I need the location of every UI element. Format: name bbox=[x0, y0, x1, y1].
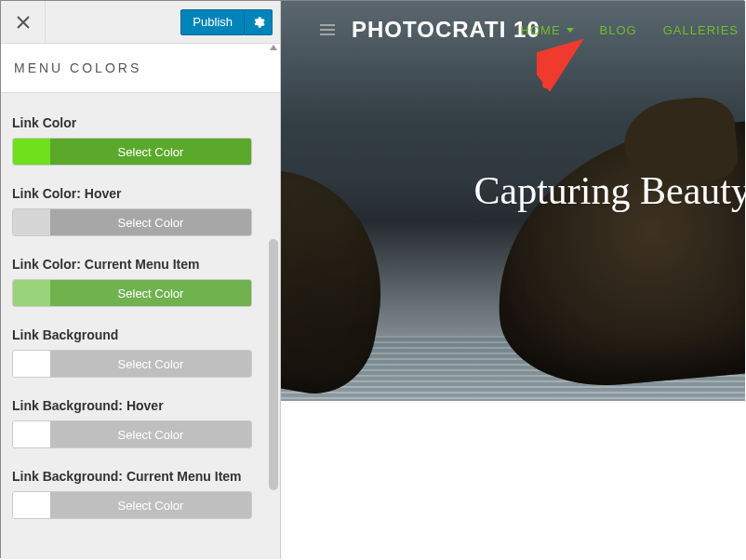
color-control: Link Background: Current Menu ItemSelect… bbox=[12, 469, 269, 519]
select-color-label: Select Color bbox=[50, 492, 251, 518]
scrollbar-thumb[interactable] bbox=[269, 239, 278, 490]
select-color-button[interactable]: Select Color bbox=[12, 138, 252, 166]
color-swatch bbox=[13, 351, 50, 377]
color-swatch bbox=[13, 139, 50, 165]
color-control-label: Link Color: Hover bbox=[12, 186, 269, 201]
hamburger-menu-button[interactable] bbox=[320, 24, 335, 35]
hero-section: PHOTOCRATI 10 HOME BLOG GALLERIES Captur… bbox=[281, 1, 745, 401]
primary-nav: HOME BLOG GALLERIES bbox=[521, 1, 745, 59]
select-color-label: Select Color bbox=[50, 421, 251, 447]
close-icon bbox=[17, 16, 30, 29]
color-swatch bbox=[13, 421, 50, 447]
hamburger-line-icon bbox=[320, 29, 335, 31]
site-preview: PHOTOCRATI 10 HOME BLOG GALLERIES Captur… bbox=[280, 1, 745, 559]
chevron-down-icon bbox=[566, 28, 574, 33]
color-control: Link ColorSelect Color bbox=[12, 115, 269, 166]
select-color-button[interactable]: Select Color bbox=[12, 420, 252, 448]
color-swatch bbox=[13, 209, 50, 235]
color-control-label: Link Background: Current Menu Item bbox=[12, 469, 269, 484]
site-brand: PHOTOCRATI 10 bbox=[352, 17, 540, 43]
color-swatch bbox=[13, 492, 50, 518]
controls-scroll-area[interactable]: MENU COLORS Link ColorSelect ColorLink C… bbox=[1, 44, 280, 559]
color-control: Link BackgroundSelect Color bbox=[12, 327, 269, 378]
select-color-button[interactable]: Select Color bbox=[12, 350, 252, 378]
publish-group: Publish bbox=[180, 1, 280, 43]
topbar-spacer bbox=[46, 1, 180, 43]
controls-list: Link ColorSelect ColorLink Color: HoverS… bbox=[1, 93, 280, 551]
scroll-up-icon bbox=[270, 45, 277, 50]
nav-link-blog[interactable]: BLOG bbox=[600, 23, 637, 37]
hero-header: PHOTOCRATI 10 HOME BLOG GALLERIES bbox=[281, 1, 745, 59]
customizer-topbar: Publish bbox=[1, 1, 280, 44]
select-color-button[interactable]: Select Color bbox=[12, 279, 252, 307]
nav-link-label: HOME bbox=[521, 23, 561, 37]
select-color-label: Select Color bbox=[50, 280, 251, 306]
gear-icon bbox=[252, 16, 265, 29]
color-control-label: Link Color bbox=[12, 115, 269, 130]
color-control: Link Color: Current Menu ItemSelect Colo… bbox=[12, 257, 269, 307]
section-title: MENU COLORS bbox=[1, 44, 280, 93]
select-color-label: Select Color bbox=[50, 139, 251, 165]
customizer-sidebar: Publish MENU COLORS Link ColorSelect Col… bbox=[1, 1, 280, 559]
select-color-label: Select Color bbox=[50, 351, 251, 377]
publish-button[interactable]: Publish bbox=[180, 9, 245, 35]
hero-title: Capturing Beauty bbox=[474, 168, 745, 213]
hamburger-line-icon bbox=[320, 24, 335, 26]
close-button[interactable] bbox=[1, 1, 46, 43]
color-control-label: Link Color: Current Menu Item bbox=[12, 257, 269, 272]
color-control-label: Link Background bbox=[12, 327, 269, 342]
color-control: Link Color: HoverSelect Color bbox=[12, 186, 269, 236]
color-control: Link Background: HoverSelect Color bbox=[12, 398, 269, 448]
select-color-button[interactable]: Select Color bbox=[12, 208, 252, 236]
select-color-button[interactable]: Select Color bbox=[12, 491, 252, 519]
nav-link-home[interactable]: HOME bbox=[521, 23, 574, 37]
scrollbar-vertical[interactable] bbox=[267, 44, 280, 559]
color-control-label: Link Background: Hover bbox=[12, 398, 269, 413]
nav-link-galleries[interactable]: GALLERIES bbox=[663, 23, 739, 37]
select-color-label: Select Color bbox=[50, 209, 251, 235]
color-swatch bbox=[13, 280, 50, 306]
hamburger-line-icon bbox=[320, 33, 335, 35]
publish-settings-button[interactable] bbox=[245, 9, 273, 35]
